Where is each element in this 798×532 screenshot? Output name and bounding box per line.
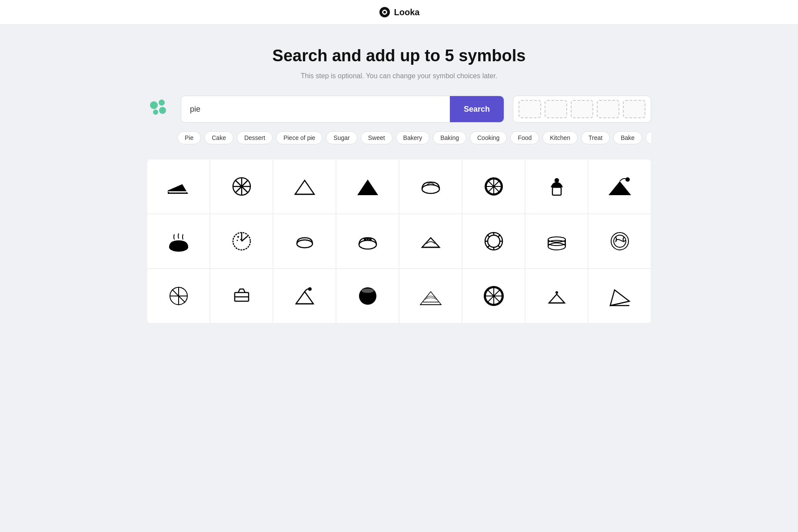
icon-cupcake[interactable] [525, 159, 588, 214]
tag-food[interactable]: Food [510, 131, 539, 144]
svg-point-29 [237, 236, 239, 238]
decorative-dots [147, 96, 172, 123]
svg-point-62 [362, 289, 374, 293]
icon-layered-cake[interactable] [525, 214, 588, 269]
tag-dessert[interactable]: Dessert [237, 131, 273, 144]
svg-point-48 [548, 243, 565, 250]
svg-rect-21 [552, 187, 561, 195]
app-header: Looka [0, 0, 798, 25]
svg-line-28 [242, 236, 248, 241]
icon-full-pie-filled[interactable] [336, 269, 399, 323]
svg-point-36 [369, 238, 372, 241]
tag-sweet[interactable]: Sweet [361, 131, 392, 144]
svg-point-3 [159, 107, 166, 114]
icon-pie-slice-filled[interactable] [336, 159, 399, 214]
svg-line-45 [498, 246, 500, 248]
icon-slice-cherry-2[interactable] [273, 269, 336, 323]
icons-grid [147, 159, 651, 323]
search-input[interactable] [181, 96, 450, 122]
tag-treat[interactable]: Treat [581, 131, 610, 144]
tag-kitchen[interactable]: Kitchen [542, 131, 578, 144]
search-button[interactable]: Search [450, 96, 504, 122]
tag-cake[interactable]: Cake [204, 131, 233, 144]
svg-point-1 [150, 101, 158, 109]
icon-berry-pie[interactable] [336, 214, 399, 269]
icon-pie-slice-outline[interactable] [273, 159, 336, 214]
svg-point-33 [359, 240, 376, 249]
search-box: Search [181, 96, 504, 123]
icon-simple-pie-outline[interactable] [273, 214, 336, 269]
icon-whole-pie-outline[interactable] [399, 159, 462, 214]
svg-line-44 [487, 235, 489, 237]
main-content: Search and add up to 5 symbols This step… [138, 25, 660, 341]
icon-pie-slice-detailed[interactable] [399, 269, 462, 323]
icon-pie-circle-lines[interactable] [210, 159, 273, 214]
page-subtitle: This step is optional. You can change yo… [147, 72, 651, 80]
symbol-slot-5[interactable] [623, 100, 645, 118]
icon-square-dessert[interactable] [210, 269, 273, 323]
icon-pie-with-slice-removed[interactable] [210, 214, 273, 269]
svg-point-34 [364, 238, 366, 241]
page-title: Search and add up to 5 symbols [147, 47, 651, 65]
icon-pie-slice-angle[interactable] [588, 269, 651, 323]
tag-pie[interactable]: Pie [177, 131, 201, 144]
svg-point-13 [422, 185, 439, 193]
icon-orange-slice[interactable] [462, 269, 525, 323]
tags-row: PieCakeDessertPiece of pieSugarSweetBake… [177, 131, 651, 146]
logo-text: Looka [394, 7, 420, 17]
tag-bake[interactable]: Bake [613, 131, 642, 144]
logo: Looka [379, 6, 420, 18]
symbol-slot-2[interactable] [545, 100, 567, 118]
search-row: Search [147, 96, 651, 123]
tag-cooking[interactable]: Cooking [470, 131, 507, 144]
icon-round-lattice-pie[interactable] [588, 214, 651, 269]
tag-slice[interactable]: Slice [645, 131, 651, 144]
icon-pie-slice-side[interactable] [147, 159, 210, 214]
svg-point-30 [240, 239, 241, 240]
svg-point-2 [159, 100, 165, 106]
svg-point-0 [383, 11, 386, 13]
svg-point-32 [297, 240, 313, 248]
icon-round-pie-sliced[interactable] [147, 269, 210, 323]
icon-pie-slice-cherry[interactable] [588, 159, 651, 214]
icon-steaming-pie[interactable] [147, 214, 210, 269]
looka-logo-icon [379, 6, 391, 18]
symbol-slots [513, 96, 651, 123]
svg-point-31 [236, 240, 238, 241]
tag-bakery[interactable]: Bakery [396, 131, 430, 144]
icon-lattice-pie[interactable] [462, 159, 525, 214]
svg-point-4 [153, 110, 158, 115]
icon-small-pie-slice[interactable] [525, 269, 588, 323]
symbol-slot-3[interactable] [571, 100, 593, 118]
icon-pie-wheel[interactable] [462, 214, 525, 269]
svg-line-46 [498, 235, 500, 237]
tag-piece-of-pie[interactable]: Piece of pie [276, 131, 323, 144]
symbol-slot-4[interactable] [597, 100, 619, 118]
svg-point-35 [366, 237, 369, 240]
svg-line-47 [487, 246, 489, 248]
tag-baking[interactable]: Baking [433, 131, 466, 144]
svg-point-50 [548, 237, 565, 242]
svg-point-39 [488, 235, 500, 247]
tag-sugar[interactable]: Sugar [326, 131, 357, 144]
icon-pie-slice-side-view[interactable] [399, 214, 462, 269]
symbol-slot-1[interactable] [519, 100, 541, 118]
svg-point-73 [555, 291, 558, 294]
